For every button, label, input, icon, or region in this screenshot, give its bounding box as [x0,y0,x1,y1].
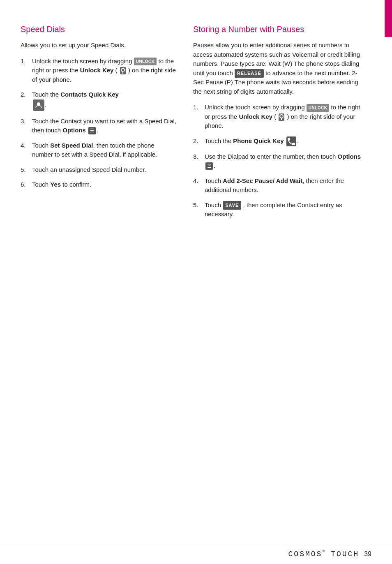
step-6: 6. Touch Yes to confirm. [21,180,177,190]
save-button: SAVE [223,201,241,210]
storing-step-5-text: Touch SAVE , then complete the Contact e… [205,201,366,219]
step-1-text: Unlock the touch screen by dragging UNLO… [32,57,177,85]
step-4-number: 4. [21,141,32,159]
step-5-number: 5. [21,165,32,175]
footer: COSMOS™ TOUCH 39 [0,544,392,564]
step-2: 2. Touch the Contacts Quick Key . [21,90,177,111]
storing-pauses-intro: Pauses allow you to enter additional ser… [193,41,366,96]
storing-step-1: 1. Unlock the touch screen by dragging U… [193,103,366,131]
side-tab [385,0,392,37]
options-menu-icon [88,127,96,134]
options-menu-icon-2 [205,162,213,170]
storing-step-4-text: Touch Add 2-Sec Pause/ Add Wait, then en… [205,176,366,195]
brand-name: COSMOS™ TOUCH [288,550,360,558]
storing-step-1-number: 1. [193,103,205,131]
unlock-key-icon-2 [279,113,284,121]
storing-step-5-number: 5. [193,201,205,219]
speed-dials-section: Speed Dials Allows you to set up your Sp… [21,25,177,225]
brand-cosmos: COSMOS [288,550,323,558]
unlock-key-icon [120,67,126,74]
step-3-number: 3. [21,117,32,135]
step-4: 4. Touch Set Speed Dial, then touch the … [21,141,177,159]
step-1-number: 1. [21,57,32,85]
step-5: 5. Touch an unassigned Speed Dial number… [21,165,177,175]
storing-step-4-number: 4. [193,176,205,195]
step-6-number: 6. [21,180,32,190]
brand-touch: TOUCH [325,550,359,558]
storing-step-2-number: 2. [193,136,205,146]
step-4-text: Touch Set Speed Dial, then touch the pho… [32,141,177,159]
step-2-text: Touch the Contacts Quick Key . [32,90,177,111]
phone-quick-key-icon [286,136,296,146]
storing-step-5: 5. Touch SAVE , then complete the Contac… [193,201,366,219]
storing-step-3: 3. Use the Dialpad to enter the number, … [193,152,366,171]
step-5-text: Touch an unassigned Speed Dial number. [32,165,177,175]
speed-dials-intro: Allows you to set up your Speed Dials. [21,41,177,50]
contacts-quick-key-icon [33,99,44,111]
storing-step-3-text: Use the Dialpad to enter the number, the… [205,152,366,171]
step-2-number: 2. [21,90,32,111]
speed-dials-steps: 1. Unlock the touch screen by dragging U… [21,57,177,190]
unlock-button-icon: UNLOCK [134,58,157,65]
storing-pauses-title: Storing a Number with Pauses [193,25,366,34]
storing-step-4: 4. Touch Add 2-Sec Pause/ Add Wait, then… [193,176,366,195]
step-1: 1. Unlock the touch screen by dragging U… [21,57,177,85]
step-3-text: Touch the Contact you want to set with a… [32,117,177,135]
storing-step-1-text: Unlock the touch screen by dragging UNLO… [205,103,366,131]
storing-pauses-section: Storing a Number with Pauses Pauses allo… [193,25,366,225]
step-6-text: Touch Yes to confirm. [32,180,177,190]
speed-dials-title: Speed Dials [21,25,177,34]
storing-step-2: 2. Touch the Phone Quick Key . [193,136,366,146]
page-number: 39 [364,550,371,558]
release-button: RELEASE [235,69,264,78]
storing-step-3-number: 3. [193,152,205,171]
step-3: 3. Touch the Contact you want to set wit… [21,117,177,135]
storing-step-2-text: Touch the Phone Quick Key . [205,136,366,146]
page-container: Speed Dials Allows you to set up your Sp… [0,0,392,564]
unlock-button-icon-2: UNLOCK [307,104,330,112]
storing-pauses-steps: 1. Unlock the touch screen by dragging U… [193,103,366,219]
columns: Speed Dials Allows you to set up your Sp… [21,25,371,225]
